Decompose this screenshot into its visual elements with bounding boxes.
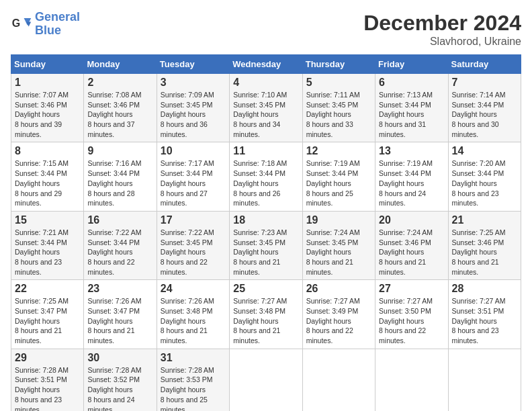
calendar-week-row: 15 Sunrise: 7:21 AMSunset: 3:44 PMDaylig…	[11, 211, 521, 279]
calendar-cell: 23 Sunrise: 7:26 AMSunset: 3:47 PMDaylig…	[84, 280, 157, 349]
calendar-cell: 11 Sunrise: 7:18 AMSunset: 3:44 PMDaylig…	[230, 142, 302, 211]
day-info: Sunrise: 7:14 AMSunset: 3:44 PMDaylight …	[452, 90, 517, 139]
calendar-cell: 27 Sunrise: 7:27 AMSunset: 3:50 PMDaylig…	[375, 280, 448, 349]
day-info: Sunrise: 7:28 AMSunset: 3:53 PMDaylight …	[161, 365, 226, 411]
day-info: Sunrise: 7:27 AMSunset: 3:50 PMDaylight …	[379, 296, 444, 345]
calendar-cell: 20 Sunrise: 7:24 AMSunset: 3:46 PMDaylig…	[375, 211, 448, 279]
calendar-header-saturday: Saturday	[448, 55, 521, 74]
calendar-cell: 15 Sunrise: 7:21 AMSunset: 3:44 PMDaylig…	[11, 211, 84, 279]
day-number: 2	[87, 77, 152, 89]
calendar-cell: 3 Sunrise: 7:09 AMSunset: 3:45 PMDayligh…	[157, 74, 229, 142]
calendar-cell: 5 Sunrise: 7:11 AMSunset: 3:45 PMDayligh…	[302, 74, 375, 142]
calendar-cell: 14 Sunrise: 7:20 AMSunset: 3:44 PMDaylig…	[448, 142, 521, 211]
day-info: Sunrise: 7:16 AMSunset: 3:44 PMDaylight …	[87, 158, 152, 208]
day-number: 8	[15, 145, 80, 157]
day-number: 27	[379, 283, 444, 295]
calendar-cell: 24 Sunrise: 7:26 AMSunset: 3:48 PMDaylig…	[157, 280, 229, 349]
day-info: Sunrise: 7:28 AMSunset: 3:52 PMDaylight …	[87, 365, 152, 411]
calendar-cell: 12 Sunrise: 7:19 AMSunset: 3:44 PMDaylig…	[302, 142, 375, 211]
day-info: Sunrise: 7:07 AMSunset: 3:46 PMDaylight …	[15, 90, 80, 139]
day-info: Sunrise: 7:10 AMSunset: 3:45 PMDaylight …	[233, 90, 298, 139]
day-number: 30	[87, 352, 152, 364]
svg-marker-1	[24, 18, 32, 26]
calendar-cell: 8 Sunrise: 7:15 AMSunset: 3:44 PMDayligh…	[11, 142, 84, 211]
calendar-header-monday: Monday	[84, 55, 157, 74]
day-info: Sunrise: 7:28 AMSunset: 3:51 PMDaylight …	[15, 365, 80, 411]
day-info: Sunrise: 7:20 AMSunset: 3:44 PMDaylight …	[452, 158, 517, 208]
calendar-cell: 21 Sunrise: 7:25 AMSunset: 3:46 PMDaylig…	[448, 211, 521, 279]
day-info: Sunrise: 7:09 AMSunset: 3:45 PMDaylight …	[161, 90, 226, 139]
calendar-header-row: SundayMondayTuesdayWednesdayThursdayFrid…	[11, 55, 521, 74]
calendar-week-row: 29 Sunrise: 7:28 AMSunset: 3:51 PMDaylig…	[11, 349, 521, 411]
day-number: 15	[15, 214, 80, 226]
day-info: Sunrise: 7:23 AMSunset: 3:45 PMDaylight …	[233, 228, 298, 277]
day-number: 18	[233, 214, 298, 226]
calendar-week-row: 8 Sunrise: 7:15 AMSunset: 3:44 PMDayligh…	[11, 142, 521, 211]
calendar-cell: 19 Sunrise: 7:24 AMSunset: 3:45 PMDaylig…	[302, 211, 375, 279]
logo-icon: G	[11, 13, 32, 35]
calendar-cell	[230, 349, 302, 411]
day-number: 14	[452, 145, 517, 157]
day-info: Sunrise: 7:19 AMSunset: 3:44 PMDaylight …	[306, 158, 371, 208]
day-number: 25	[233, 283, 298, 295]
calendar-cell: 4 Sunrise: 7:10 AMSunset: 3:45 PMDayligh…	[230, 74, 302, 142]
calendar-cell: 18 Sunrise: 7:23 AMSunset: 3:45 PMDaylig…	[230, 211, 302, 279]
calendar-cell: 2 Sunrise: 7:08 AMSunset: 3:46 PMDayligh…	[84, 74, 157, 142]
calendar-cell: 1 Sunrise: 7:07 AMSunset: 3:46 PMDayligh…	[11, 74, 84, 142]
day-number: 3	[161, 77, 226, 89]
calendar-cell: 26 Sunrise: 7:27 AMSunset: 3:49 PMDaylig…	[302, 280, 375, 349]
calendar-cell: 29 Sunrise: 7:28 AMSunset: 3:51 PMDaylig…	[11, 349, 84, 411]
day-info: Sunrise: 7:15 AMSunset: 3:44 PMDaylight …	[15, 158, 80, 208]
calendar-cell: 30 Sunrise: 7:28 AMSunset: 3:52 PMDaylig…	[84, 349, 157, 411]
day-number: 23	[87, 283, 152, 295]
page-header: G General Blue December 2024 Slavhorod, …	[11, 11, 521, 48]
calendar-cell: 25 Sunrise: 7:27 AMSunset: 3:48 PMDaylig…	[230, 280, 302, 349]
calendar-header-sunday: Sunday	[11, 55, 84, 74]
day-number: 22	[15, 283, 80, 295]
day-info: Sunrise: 7:22 AMSunset: 3:44 PMDaylight …	[87, 228, 152, 277]
day-info: Sunrise: 7:27 AMSunset: 3:51 PMDaylight …	[452, 296, 517, 345]
calendar-cell: 10 Sunrise: 7:17 AMSunset: 3:44 PMDaylig…	[157, 142, 229, 211]
day-number: 29	[15, 352, 80, 364]
day-number: 28	[452, 283, 517, 295]
day-number: 13	[379, 145, 444, 157]
day-info: Sunrise: 7:17 AMSunset: 3:44 PMDaylight …	[161, 158, 226, 208]
day-number: 31	[161, 352, 226, 364]
page-subtitle: Slavhorod, Ukraine	[363, 36, 521, 48]
day-info: Sunrise: 7:27 AMSunset: 3:49 PMDaylight …	[306, 296, 371, 345]
day-number: 17	[161, 214, 226, 226]
title-block: December 2024 Slavhorod, Ukraine	[363, 11, 521, 48]
calendar-week-row: 1 Sunrise: 7:07 AMSunset: 3:46 PMDayligh…	[11, 74, 521, 142]
calendar-cell: 9 Sunrise: 7:16 AMSunset: 3:44 PMDayligh…	[84, 142, 157, 211]
calendar-cell: 6 Sunrise: 7:13 AMSunset: 3:44 PMDayligh…	[375, 74, 448, 142]
calendar-cell: 13 Sunrise: 7:19 AMSunset: 3:44 PMDaylig…	[375, 142, 448, 211]
day-number: 1	[15, 77, 80, 89]
day-number: 24	[161, 283, 226, 295]
day-info: Sunrise: 7:11 AMSunset: 3:45 PMDaylight …	[306, 90, 371, 139]
day-number: 12	[306, 145, 371, 157]
calendar-header-wednesday: Wednesday	[230, 55, 302, 74]
calendar-body: 1 Sunrise: 7:07 AMSunset: 3:46 PMDayligh…	[11, 74, 521, 412]
day-info: Sunrise: 7:26 AMSunset: 3:48 PMDaylight …	[161, 296, 226, 345]
svg-text:G: G	[12, 17, 20, 28]
day-number: 4	[233, 77, 298, 89]
day-number: 9	[87, 145, 152, 157]
calendar-cell: 17 Sunrise: 7:22 AMSunset: 3:45 PMDaylig…	[157, 211, 229, 279]
calendar-cell	[375, 349, 448, 411]
calendar-header-friday: Friday	[375, 55, 448, 74]
day-number: 26	[306, 283, 371, 295]
logo: G General Blue	[11, 11, 80, 38]
page-title: December 2024	[363, 11, 521, 36]
day-info: Sunrise: 7:24 AMSunset: 3:45 PMDaylight …	[306, 228, 371, 277]
day-info: Sunrise: 7:25 AMSunset: 3:46 PMDaylight …	[452, 228, 517, 277]
day-info: Sunrise: 7:22 AMSunset: 3:45 PMDaylight …	[161, 228, 226, 277]
day-info: Sunrise: 7:18 AMSunset: 3:44 PMDaylight …	[233, 158, 298, 208]
day-number: 7	[452, 77, 517, 89]
calendar-cell: 22 Sunrise: 7:25 AMSunset: 3:47 PMDaylig…	[11, 280, 84, 349]
day-info: Sunrise: 7:26 AMSunset: 3:47 PMDaylight …	[87, 296, 152, 345]
day-number: 10	[161, 145, 226, 157]
calendar-cell: 16 Sunrise: 7:22 AMSunset: 3:44 PMDaylig…	[84, 211, 157, 279]
day-number: 5	[306, 77, 371, 89]
day-number: 11	[233, 145, 298, 157]
calendar-table: SundayMondayTuesdayWednesdayThursdayFrid…	[11, 54, 521, 411]
